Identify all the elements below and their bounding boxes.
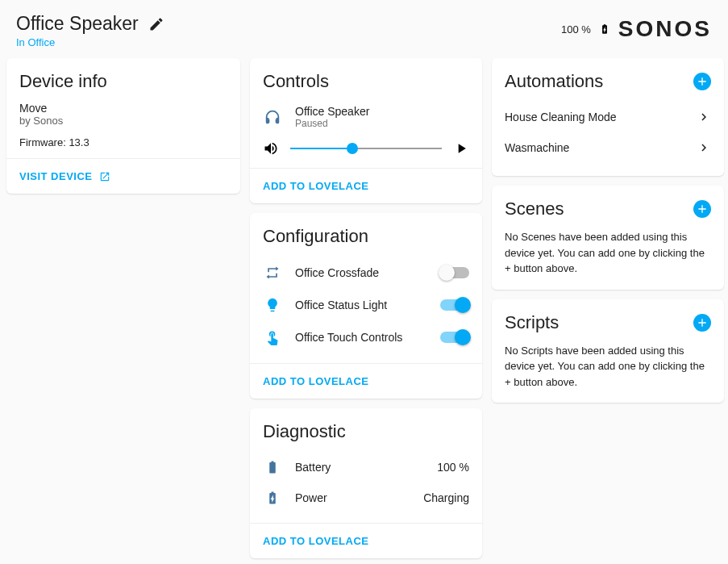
lightbulb-icon [263,297,282,313]
scenes-title: Scenes [505,198,564,219]
edit-icon[interactable] [148,16,164,32]
controls-card: Controls Office Speaker Paused [250,58,482,203]
config-crossfade-label[interactable]: Office Crossfade [295,266,427,279]
plus-icon [696,316,709,329]
configuration-card: Configuration Office Crossfade Office St… [250,213,482,399]
automation-item-label: Wasmachine [505,141,569,154]
add-to-lovelace-diag[interactable]: ADD TO LOVELACE [263,535,469,547]
add-scene-button[interactable] [693,200,711,218]
chevron-right-icon [697,110,711,124]
shuffle-icon [263,265,282,281]
scripts-card: Scripts No Scripts have been added using… [492,299,724,403]
device-model: Move [19,102,227,115]
diagnostic-card: Diagnostic Battery 100 % Power Charging … [250,408,482,558]
diag-power-label[interactable]: Power [295,491,410,504]
device-info-title: Device info [19,71,107,92]
chevron-right-icon [697,140,711,155]
add-to-lovelace-config[interactable]: ADD TO LOVELACE [263,375,469,387]
scenes-card: Scenes No Scenes have been added using t… [492,186,724,290]
battery-icon [263,460,282,474]
volume-slider[interactable] [290,148,442,149]
device-firmware: Firmware: 13.3 [19,136,227,148]
plus-icon [696,75,709,88]
speaker-icon [263,108,282,126]
controls-title: Controls [263,71,329,92]
brand-logo: SONOS [618,16,712,42]
automations-card: Automations House Cleaning Mode Wasmachi… [492,58,724,176]
config-crossfade-toggle[interactable] [440,267,469,278]
add-script-button[interactable] [693,314,711,332]
configuration-title: Configuration [263,226,368,247]
play-icon[interactable] [453,140,469,157]
config-touch-label[interactable]: Office Touch Controls [295,331,427,344]
automation-item[interactable]: Wasmachine [505,132,711,163]
media-entity-name[interactable]: Office Speaker [295,105,469,118]
config-statuslight-toggle[interactable] [440,299,469,311]
scripts-empty-text: No Scripts have been added using this de… [505,343,711,391]
scenes-empty-text: No Scenes have been added using this dev… [505,229,711,277]
header-right: 100 % SONOS [561,16,712,42]
open-external-icon [99,171,110,182]
config-touch-toggle[interactable] [440,332,469,343]
scripts-title: Scripts [505,312,559,333]
add-automation-button[interactable] [693,73,711,90]
device-area-link[interactable]: In Office [16,36,561,48]
power-charging-icon [263,491,282,505]
diag-battery-label[interactable]: Battery [295,461,424,474]
automation-item-label: House Cleaning Mode [505,111,617,123]
battery-percentage: 100 % [561,23,591,36]
automations-title: Automations [505,71,603,92]
diagnostic-title: Diagnostic [263,421,346,442]
device-manufacturer: by Sonos [19,115,227,127]
visit-device-link[interactable]: VISIT DEVICE [19,170,227,182]
device-title: Office Speaker [16,13,139,35]
media-entity-state: Paused [295,118,469,129]
battery-charging-icon [599,21,610,37]
page-header: Office Speaker In Office 100 % SONOS [6,6,722,58]
diag-power-value: Charging [423,491,469,504]
header-left: Office Speaker In Office [16,13,561,48]
plus-icon [696,203,709,215]
touch-icon [263,329,282,345]
volume-icon[interactable] [263,140,279,157]
device-info-card: Device info Move by Sonos Firmware: 13.3… [6,58,240,194]
diag-battery-value: 100 % [437,461,469,474]
add-to-lovelace-controls[interactable]: ADD TO LOVELACE [263,180,469,192]
config-statuslight-label[interactable]: Office Status Light [295,299,427,311]
automation-item[interactable]: House Cleaning Mode [505,102,711,132]
